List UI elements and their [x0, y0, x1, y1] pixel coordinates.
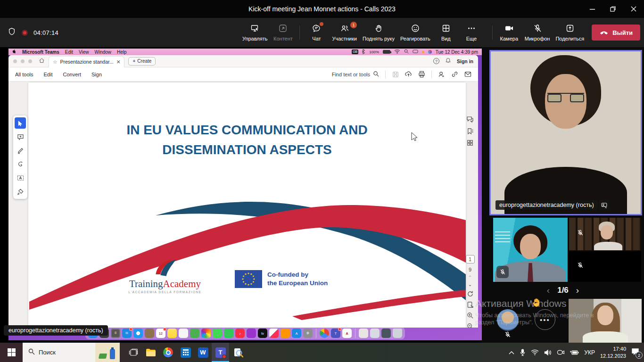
minimize-button[interactable]: [582, 0, 603, 18]
comment-tool[interactable]: [15, 131, 26, 142]
mac-menu-help[interactable]: Help: [117, 49, 127, 55]
home-icon[interactable]: [39, 58, 45, 65]
dock-icon-mail[interactable]: ✉: [122, 329, 132, 338]
dock-icon-settings[interactable]: ⚙: [303, 329, 313, 338]
dock-icon-document2[interactable]: [370, 329, 380, 338]
current-page-input[interactable]: 1: [466, 255, 475, 263]
manage-button[interactable]: Управлять: [239, 18, 270, 47]
rotate-page-icon[interactable]: [466, 290, 474, 297]
dock-icon-calendar[interactable]: 12: [156, 329, 165, 338]
text-select-tool[interactable]: [15, 172, 26, 183]
next-page-button[interactable]: ›: [576, 285, 579, 296]
dock-icon-teams[interactable]: T: [331, 329, 340, 338]
dock-icon-trash[interactable]: [393, 329, 402, 338]
dock-icon-music[interactable]: ♪: [235, 329, 245, 338]
zoom-out-icon[interactable]: [466, 322, 474, 328]
tray-expand-chevron[interactable]: [509, 351, 514, 354]
magnifier-app-button[interactable]: [229, 343, 247, 362]
link-icon[interactable]: [451, 71, 458, 78]
more-participants-button[interactable]: •••: [535, 309, 555, 330]
keyboard-layout-badge[interactable]: GB: [352, 49, 358, 54]
bell-icon[interactable]: [445, 58, 451, 65]
help-icon[interactable]: ?: [433, 58, 439, 64]
dock-icon-books[interactable]: [281, 329, 290, 338]
comments-panel-icon[interactable]: [466, 115, 474, 123]
draw-tool[interactable]: [15, 158, 26, 170]
traffic-light-close[interactable]: [13, 59, 17, 63]
dock-icon-tv[interactable]: tv: [258, 329, 267, 338]
previous-page-chevron[interactable]: ⌃: [468, 276, 472, 280]
bookmarks-panel-icon[interactable]: [466, 127, 474, 135]
file-explorer-button[interactable]: [142, 343, 159, 362]
dock-icon-photos[interactable]: [201, 329, 211, 338]
find-tools-search[interactable]: Find text or tools: [332, 71, 379, 78]
taskbar-search-input[interactable]: Поиск: [23, 343, 120, 362]
tray-camera-icon[interactable]: [557, 349, 564, 355]
dock-icon-launchpad[interactable]: ⠿: [111, 329, 120, 338]
tray-volume-icon[interactable]: [544, 349, 552, 356]
taskbar-clock[interactable]: 17:40 12.12.2023: [600, 346, 626, 359]
more-button[interactable]: Еще: [459, 18, 484, 47]
close-button[interactable]: [623, 0, 644, 18]
document-tab[interactable]: ☆ Presentazione standar... ✕: [49, 56, 124, 67]
active-speaker-video[interactable]: europrogettazionetracademy (гость): [489, 50, 642, 215]
upload-cloud-icon[interactable]: [405, 71, 412, 78]
dock-icon-facetime[interactable]: [224, 329, 233, 338]
leave-button[interactable]: Выйти: [592, 25, 640, 41]
calculator-button[interactable]: [177, 343, 194, 362]
task-view-button[interactable]: [124, 343, 142, 362]
chat-button[interactable]: Чат: [304, 18, 329, 47]
mac-clock[interactable]: Tue 12 Dec 4:39 pm: [436, 49, 478, 55]
share-people-icon[interactable]: [438, 71, 445, 78]
bluetooth-icon[interactable]: [362, 49, 365, 55]
teams-button[interactable]: T: [212, 343, 229, 362]
menu-sign[interactable]: Sign: [91, 72, 102, 77]
react-button[interactable]: Реагировать: [397, 18, 433, 47]
menu-edit[interactable]: Edit: [44, 72, 53, 77]
chrome-button[interactable]: [159, 343, 177, 362]
next-page-chevron[interactable]: ⌄: [468, 283, 472, 287]
previous-page-button[interactable]: ‹: [547, 285, 550, 296]
page-thumbnails-icon[interactable]: [466, 139, 474, 147]
word-button[interactable]: W: [194, 343, 212, 362]
spotlight-icon[interactable]: [404, 49, 409, 55]
highlight-tool[interactable]: [15, 145, 26, 156]
traffic-light-zoom[interactable]: [28, 59, 32, 63]
language-indicator[interactable]: УКР: [584, 349, 595, 356]
tray-mic-icon[interactable]: [520, 349, 526, 356]
dock-icon-document1[interactable]: [359, 329, 368, 338]
select-tool[interactable]: [15, 117, 26, 129]
raise-hand-button[interactable]: Поднять руку: [360, 18, 397, 47]
dock-icon-reminders[interactable]: [179, 329, 188, 338]
dock-icon-safari[interactable]: [133, 329, 143, 338]
mac-menu-view[interactable]: View: [79, 49, 89, 55]
fill-sign-tool[interactable]: [15, 186, 26, 197]
mac-menu-app[interactable]: Microsoft Teams: [22, 49, 59, 55]
sign-in-button[interactable]: Sign in: [457, 58, 473, 64]
participant-video-4[interactable]: [569, 299, 642, 343]
apple-icon[interactable]: [12, 49, 17, 55]
favorite-star-icon[interactable]: ☆: [53, 59, 57, 65]
print-icon[interactable]: [418, 71, 425, 78]
participant-video-1[interactable]: [493, 218, 568, 282]
menu-convert[interactable]: Convert: [63, 72, 82, 77]
traffic-light-minimize[interactable]: [21, 59, 25, 63]
dock-icon-news[interactable]: [269, 329, 279, 338]
email-icon[interactable]: [464, 71, 471, 78]
dock-icon-findmy[interactable]: [190, 329, 199, 338]
wifi-icon[interactable]: [394, 49, 400, 55]
mic-button[interactable]: Микрофон: [522, 18, 553, 47]
menubar-app-icon[interactable]: [428, 50, 432, 54]
share-button[interactable]: Поделиться: [553, 18, 587, 47]
dock-icon-appstore[interactable]: A: [292, 329, 301, 338]
dock-icon-notes[interactable]: [167, 329, 177, 338]
notification-center-button[interactable]: 2: [631, 348, 639, 357]
participant-video-2[interactable]: [569, 218, 641, 250]
view-button[interactable]: Вид: [433, 18, 459, 47]
dock-icon-messages[interactable]: [213, 329, 222, 338]
maximize-button[interactable]: [603, 0, 623, 18]
tray-battery-icon[interactable]: [570, 350, 579, 355]
participant-avatar-tile[interactable]: [497, 309, 519, 331]
save-icon[interactable]: [392, 71, 399, 78]
menu-all-tools[interactable]: All tools: [15, 72, 33, 77]
